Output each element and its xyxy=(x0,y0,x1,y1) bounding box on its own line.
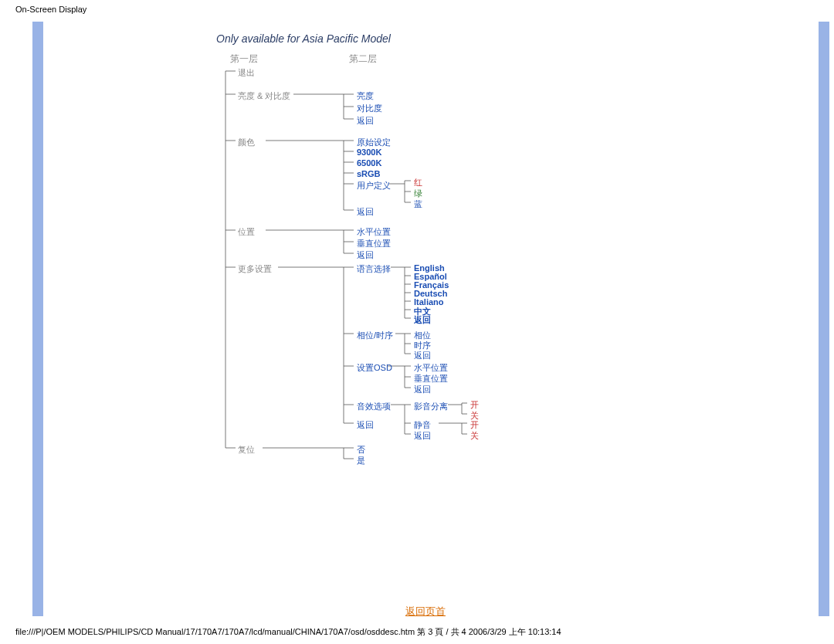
item-no: 否 xyxy=(357,444,365,456)
item-blue: 蓝 xyxy=(414,198,422,210)
item-back2: 返回 xyxy=(357,206,374,218)
item-original: 原始设定 xyxy=(357,137,391,148)
menu-color: 颜色 xyxy=(238,137,255,148)
item-mute: 静音 xyxy=(414,419,431,431)
item-back6: 返回 xyxy=(414,384,431,395)
item-green: 绿 xyxy=(414,188,422,199)
lang-back: 返回 xyxy=(414,314,431,326)
item-back3: 返回 xyxy=(357,249,374,261)
item-back4: 返回 xyxy=(357,419,374,431)
menu-more-settings: 更多设置 xyxy=(238,263,272,275)
item-back1: 返回 xyxy=(357,115,374,127)
item-back5: 返回 xyxy=(414,350,431,361)
item-setup-osd: 设置OSD xyxy=(357,362,392,374)
menu-reset: 复位 xyxy=(238,444,255,456)
decorative-bar-left xyxy=(32,22,43,616)
item-back7: 返回 xyxy=(414,430,431,442)
page-title: On-Screen Display xyxy=(15,5,86,14)
mute-on: 开 xyxy=(470,419,479,431)
item-vpos: 垂直位置 xyxy=(357,238,391,249)
item-contrast: 对比度 xyxy=(357,103,382,114)
item-phase-clock: 相位/时序 xyxy=(357,330,393,341)
item-yes: 是 xyxy=(357,455,365,466)
level2-header: 第二层 xyxy=(349,53,377,66)
file-path-footer: file:///P|/OEM MODELS/PHILIPS/CD Manual/… xyxy=(15,626,561,638)
item-9300k: 9300K xyxy=(357,147,381,157)
item-brightness: 亮度 xyxy=(357,90,374,102)
menu-brightness-contrast: 亮度 & 对比度 xyxy=(238,90,290,102)
menu-position: 位置 xyxy=(238,226,255,238)
item-language: 语言选择 xyxy=(357,263,391,275)
level1-header: 第一层 xyxy=(230,53,258,66)
decorative-bar-right xyxy=(819,22,829,616)
item-red: 红 xyxy=(414,177,422,188)
item-osd-hpos: 水平位置 xyxy=(414,362,448,374)
return-to-top-link[interactable]: 返回页首 xyxy=(405,605,446,619)
item-hpos: 水平位置 xyxy=(357,226,391,238)
item-user-def: 用户定义 xyxy=(357,180,391,192)
mute-off: 关 xyxy=(470,430,479,442)
item-osd-vpos: 垂直位置 xyxy=(414,373,448,385)
menu-exit: 退出 xyxy=(238,67,255,79)
item-srgb: sRGB xyxy=(357,169,381,178)
item-surround: 影音分离 xyxy=(414,401,448,412)
item-audio-opts: 音效选项 xyxy=(357,401,391,412)
item-6500k: 6500K xyxy=(357,158,381,168)
surround-on: 开 xyxy=(470,399,479,411)
